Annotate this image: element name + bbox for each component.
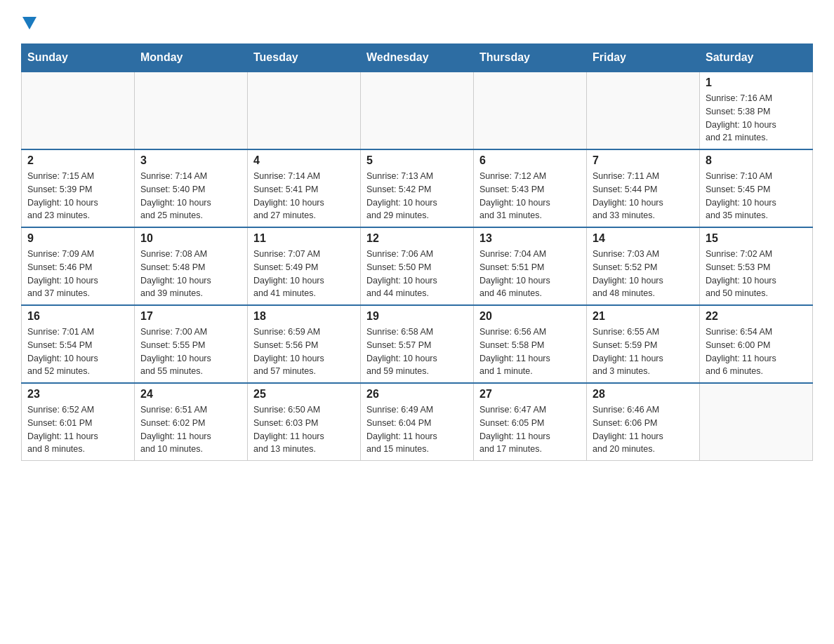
logo: [21, 14, 37, 29]
day-number: 19: [366, 310, 468, 323]
calendar-cell: 1Sunrise: 7:16 AM Sunset: 5:38 PM Daylig…: [700, 72, 813, 149]
day-number: 9: [27, 232, 128, 245]
day-info: Sunrise: 7:13 AM Sunset: 5:42 PM Dayligh…: [366, 170, 468, 222]
day-number: 13: [479, 232, 581, 245]
calendar-cell: 19Sunrise: 6:58 AM Sunset: 5:57 PM Dayli…: [361, 305, 474, 383]
day-info: Sunrise: 7:09 AM Sunset: 5:46 PM Dayligh…: [27, 248, 128, 300]
day-info: Sunrise: 6:52 AM Sunset: 6:01 PM Dayligh…: [27, 403, 128, 456]
day-info: Sunrise: 7:16 AM Sunset: 5:38 PM Dayligh…: [706, 92, 807, 145]
day-number: 11: [253, 232, 355, 245]
day-info: Sunrise: 7:01 AM Sunset: 5:54 PM Dayligh…: [27, 326, 128, 378]
calendar-cell: 27Sunrise: 6:47 AM Sunset: 6:05 PM Dayli…: [474, 383, 587, 461]
day-info: Sunrise: 6:54 AM Sunset: 6:00 PM Dayligh…: [706, 326, 807, 378]
calendar-header-row: SundayMondayTuesdayWednesdayThursdayFrid…: [22, 44, 813, 72]
calendar-week-row: 2Sunrise: 7:15 AM Sunset: 5:39 PM Daylig…: [22, 149, 813, 227]
day-info: Sunrise: 7:06 AM Sunset: 5:50 PM Dayligh…: [366, 248, 468, 300]
day-of-week-header: Tuesday: [248, 44, 361, 72]
day-info: Sunrise: 7:10 AM Sunset: 5:45 PM Dayligh…: [706, 170, 807, 222]
calendar-cell: [700, 383, 813, 461]
calendar-week-row: 9Sunrise: 7:09 AM Sunset: 5:46 PM Daylig…: [22, 227, 813, 305]
day-number: 21: [593, 310, 694, 323]
day-number: 14: [593, 232, 694, 245]
day-info: Sunrise: 6:58 AM Sunset: 5:57 PM Dayligh…: [366, 326, 468, 378]
day-info: Sunrise: 6:59 AM Sunset: 5:56 PM Dayligh…: [253, 326, 355, 378]
day-info: Sunrise: 7:04 AM Sunset: 5:51 PM Dayligh…: [479, 248, 581, 300]
calendar-cell: 2Sunrise: 7:15 AM Sunset: 5:39 PM Daylig…: [22, 149, 135, 227]
calendar-cell: 16Sunrise: 7:01 AM Sunset: 5:54 PM Dayli…: [22, 305, 135, 383]
calendar-cell: 23Sunrise: 6:52 AM Sunset: 6:01 PM Dayli…: [22, 383, 135, 461]
calendar-cell: 7Sunrise: 7:11 AM Sunset: 5:44 PM Daylig…: [587, 149, 700, 227]
day-number: 1: [706, 76, 807, 89]
day-info: Sunrise: 6:50 AM Sunset: 6:03 PM Dayligh…: [253, 403, 355, 456]
calendar-cell: 18Sunrise: 6:59 AM Sunset: 5:56 PM Dayli…: [248, 305, 361, 383]
calendar-cell: 17Sunrise: 7:00 AM Sunset: 5:55 PM Dayli…: [135, 305, 248, 383]
calendar-cell: 15Sunrise: 7:02 AM Sunset: 5:53 PM Dayli…: [700, 227, 813, 305]
day-number: 5: [366, 154, 468, 167]
day-info: Sunrise: 6:56 AM Sunset: 5:58 PM Dayligh…: [479, 326, 581, 378]
day-number: 7: [593, 154, 694, 167]
day-number: 12: [366, 232, 468, 245]
day-info: Sunrise: 7:03 AM Sunset: 5:52 PM Dayligh…: [593, 248, 694, 300]
day-number: 16: [27, 310, 128, 323]
calendar-week-row: 1Sunrise: 7:16 AM Sunset: 5:38 PM Daylig…: [22, 72, 813, 149]
day-info: Sunrise: 7:08 AM Sunset: 5:48 PM Dayligh…: [140, 248, 241, 300]
calendar-cell: 25Sunrise: 6:50 AM Sunset: 6:03 PM Dayli…: [248, 383, 361, 461]
day-number: 8: [706, 154, 807, 167]
logo-general-text: [21, 14, 37, 29]
calendar-cell: 6Sunrise: 7:12 AM Sunset: 5:43 PM Daylig…: [474, 149, 587, 227]
day-of-week-header: Thursday: [474, 44, 587, 72]
day-number: 22: [706, 310, 807, 323]
calendar-cell: 20Sunrise: 6:56 AM Sunset: 5:58 PM Dayli…: [474, 305, 587, 383]
calendar-cell: [361, 72, 474, 149]
day-of-week-header: Friday: [587, 44, 700, 72]
calendar-cell: [587, 72, 700, 149]
day-number: 10: [140, 232, 241, 245]
calendar-cell: [135, 72, 248, 149]
day-number: 24: [140, 388, 241, 401]
day-info: Sunrise: 6:49 AM Sunset: 6:04 PM Dayligh…: [366, 403, 468, 456]
day-info: Sunrise: 7:07 AM Sunset: 5:49 PM Dayligh…: [253, 248, 355, 300]
day-number: 4: [253, 154, 355, 167]
logo-triangle-icon: [22, 17, 37, 29]
calendar-cell: 9Sunrise: 7:09 AM Sunset: 5:46 PM Daylig…: [22, 227, 135, 305]
day-number: 23: [27, 388, 128, 401]
calendar-cell: 13Sunrise: 7:04 AM Sunset: 5:51 PM Dayli…: [474, 227, 587, 305]
day-number: 17: [140, 310, 241, 323]
calendar-cell: 12Sunrise: 7:06 AM Sunset: 5:50 PM Dayli…: [361, 227, 474, 305]
day-info: Sunrise: 7:14 AM Sunset: 5:40 PM Dayligh…: [140, 170, 241, 222]
day-info: Sunrise: 7:11 AM Sunset: 5:44 PM Dayligh…: [593, 170, 694, 222]
day-number: 18: [253, 310, 355, 323]
calendar-cell: 4Sunrise: 7:14 AM Sunset: 5:41 PM Daylig…: [248, 149, 361, 227]
calendar-cell: 8Sunrise: 7:10 AM Sunset: 5:45 PM Daylig…: [700, 149, 813, 227]
day-number: 15: [706, 232, 807, 245]
calendar-cell: [22, 72, 135, 149]
day-info: Sunrise: 7:15 AM Sunset: 5:39 PM Dayligh…: [27, 170, 128, 222]
day-number: 2: [27, 154, 128, 167]
day-of-week-header: Sunday: [22, 44, 135, 72]
calendar-cell: 22Sunrise: 6:54 AM Sunset: 6:00 PM Dayli…: [700, 305, 813, 383]
page-header: [21, 14, 813, 29]
calendar-cell: 21Sunrise: 6:55 AM Sunset: 5:59 PM Dayli…: [587, 305, 700, 383]
day-info: Sunrise: 7:12 AM Sunset: 5:43 PM Dayligh…: [479, 170, 581, 222]
day-info: Sunrise: 7:02 AM Sunset: 5:53 PM Dayligh…: [706, 248, 807, 300]
day-number: 20: [479, 310, 581, 323]
calendar-week-row: 23Sunrise: 6:52 AM Sunset: 6:01 PM Dayli…: [22, 383, 813, 461]
calendar-cell: 5Sunrise: 7:13 AM Sunset: 5:42 PM Daylig…: [361, 149, 474, 227]
calendar-cell: 3Sunrise: 7:14 AM Sunset: 5:40 PM Daylig…: [135, 149, 248, 227]
calendar-cell: 14Sunrise: 7:03 AM Sunset: 5:52 PM Dayli…: [587, 227, 700, 305]
day-number: 25: [253, 388, 355, 401]
calendar-table: SundayMondayTuesdayWednesdayThursdayFrid…: [21, 43, 813, 461]
day-info: Sunrise: 6:55 AM Sunset: 5:59 PM Dayligh…: [593, 326, 694, 378]
calendar-cell: 26Sunrise: 6:49 AM Sunset: 6:04 PM Dayli…: [361, 383, 474, 461]
day-info: Sunrise: 6:46 AM Sunset: 6:06 PM Dayligh…: [593, 403, 694, 456]
day-number: 6: [479, 154, 581, 167]
day-number: 28: [593, 388, 694, 401]
day-info: Sunrise: 6:47 AM Sunset: 6:05 PM Dayligh…: [479, 403, 581, 456]
day-of-week-header: Saturday: [700, 44, 813, 72]
day-info: Sunrise: 7:14 AM Sunset: 5:41 PM Dayligh…: [253, 170, 355, 222]
calendar-cell: 24Sunrise: 6:51 AM Sunset: 6:02 PM Dayli…: [135, 383, 248, 461]
calendar-cell: [248, 72, 361, 149]
day-number: 26: [366, 388, 468, 401]
day-number: 27: [479, 388, 581, 401]
day-info: Sunrise: 6:51 AM Sunset: 6:02 PM Dayligh…: [140, 403, 241, 456]
